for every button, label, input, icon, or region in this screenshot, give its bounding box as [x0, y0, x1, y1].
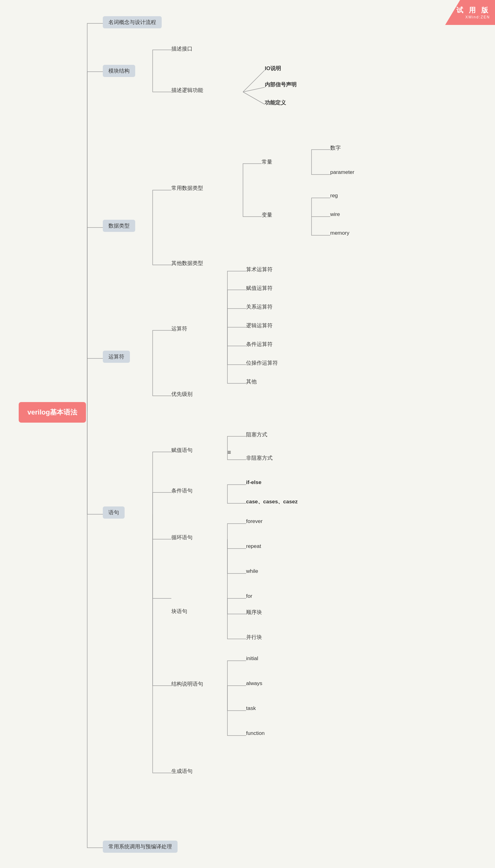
node-block-stmt: 块语句: [171, 608, 187, 615]
node-memory: memory: [330, 230, 349, 236]
node-nouns: 名词概念与设计流程: [103, 16, 162, 28]
node-if-else: if-else: [246, 479, 261, 486]
trial-main-text: 试 用 版: [456, 5, 490, 15]
node-case: case、cases、casez: [246, 498, 297, 505]
node-module: 模块结构: [103, 65, 135, 77]
node-function-def: 功能定义: [265, 99, 286, 106]
node-repeat: repeat: [246, 543, 261, 550]
node-forever: forever: [246, 518, 262, 524]
node-initial: initial: [246, 655, 258, 662]
node-assign-stmt: 赋值语句: [171, 447, 192, 454]
node-non-blocking: 非阻塞方式: [246, 454, 273, 462]
node-arithmetic: 算术运算符: [246, 266, 273, 273]
node-parameter: parameter: [330, 169, 354, 176]
node-statements: 语句: [103, 506, 125, 519]
node-data-types: 数据类型: [103, 220, 135, 232]
node-constant: 常量: [262, 158, 272, 166]
node-condition-op: 条件运算符: [246, 341, 273, 348]
node-function: function: [246, 730, 265, 736]
node-operators-parent: 运算符: [103, 351, 130, 363]
node-internal-signal: 内部信号声明: [265, 81, 296, 88]
node-io: IO说明: [265, 65, 281, 72]
node-common-types: 常用数据类型: [171, 184, 203, 192]
node-while: while: [246, 568, 258, 574]
node-describe-logic: 描述逻辑功能: [171, 87, 203, 94]
node-par-block: 并行块: [246, 634, 262, 641]
central-node: verilog基本语法: [19, 402, 86, 423]
node-loop-stmt: 循环语句: [171, 534, 192, 541]
node-assignment-op: 赋值运算符: [246, 285, 273, 292]
node-priority: 优先级别: [171, 390, 192, 398]
node-cond-stmt: 条件语句: [171, 487, 192, 494]
node-relation: 关系运算符: [246, 303, 273, 311]
node-describe-interface: 描述接口: [171, 45, 192, 52]
node-struct-stmt: 结构说明语句: [171, 680, 203, 687]
mindmap-container: 试 用 版 XMind:ZEN: [0, 0, 495, 868]
node-syscall: 常用系统调用与预编译处理: [103, 840, 177, 853]
node-reg: reg: [330, 193, 338, 199]
node-operators-sub: 运算符: [171, 325, 187, 332]
node-task: task: [246, 705, 256, 712]
node-blocking: 阻塞方式: [246, 431, 267, 438]
node-assign-eq: ≡: [227, 449, 231, 456]
node-variable: 变量: [262, 211, 272, 218]
node-logic: 逻辑运算符: [246, 322, 273, 329]
node-seq-block: 顺序块: [246, 609, 262, 616]
node-other-types: 其他数据类型: [171, 260, 203, 267]
node-gen-stmt: 生成语句: [171, 768, 192, 775]
node-digit: 数字: [330, 144, 341, 151]
node-for: for: [246, 593, 252, 599]
node-wire: wire: [330, 211, 340, 218]
trial-sub-text: XMind:ZEN: [465, 15, 490, 19]
node-bitwise: 位操作运算符: [246, 360, 278, 367]
node-other-op: 其他: [246, 378, 257, 385]
node-always: always: [246, 680, 262, 687]
